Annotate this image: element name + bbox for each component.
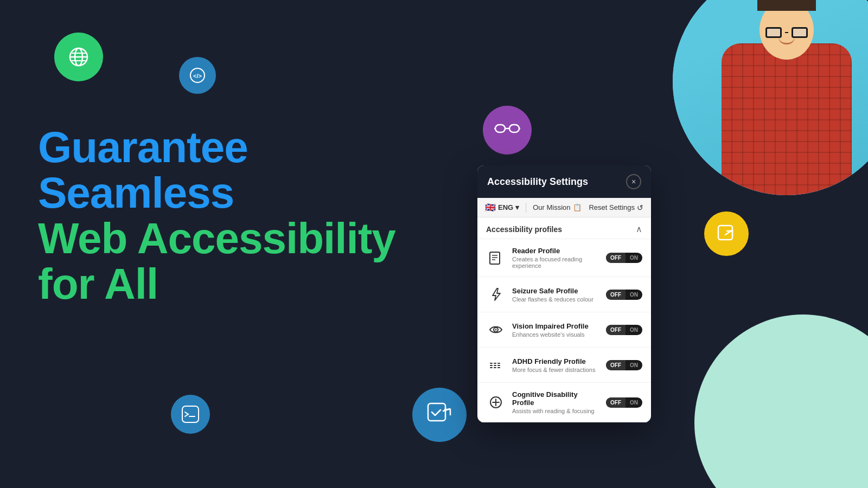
vision-profile-desc: Enhances website's visuals <box>512 331 599 338</box>
reset-settings-button[interactable]: Reset Settings ↺ <box>589 203 643 212</box>
seizure-profile-desc: Clear flashes & reduces colour <box>512 296 599 303</box>
seizure-profile-toggle[interactable]: OFF ON <box>606 290 642 300</box>
person-shirt-pattern <box>722 43 852 195</box>
svg-rect-26 <box>490 367 493 368</box>
language-selector[interactable]: 🇬🇧 ENG ▾ <box>485 202 519 213</box>
panel-title: Accessibility Settings <box>487 176 588 188</box>
svg-rect-14 <box>182 406 199 422</box>
vision-profile-icon <box>486 320 506 339</box>
seizure-profile-item[interactable]: Seizure Safe Profile Clear flashes & red… <box>477 277 651 312</box>
focus-icon <box>488 357 503 373</box>
profiles-list: Reader Profile Creates a focused reading… <box>477 239 651 422</box>
reader-toggle-on: ON <box>626 253 642 263</box>
section-collapse-icon[interactable]: ∧ <box>636 224 642 234</box>
svg-rect-25 <box>490 365 493 366</box>
lang-code: ENG <box>498 203 513 211</box>
seizure-toggle-off: OFF <box>606 290 626 300</box>
cognitive-toggle-on: ON <box>626 397 642 408</box>
section-title: Accessibility profiles <box>486 225 562 234</box>
svg-rect-28 <box>494 365 496 366</box>
cognitive-profile-info: Cognitive Disability Profile Assists wit… <box>512 390 599 414</box>
vision-profile-info: Vision Impaired Profile Enhances website… <box>512 322 599 338</box>
cognitive-profile-name: Cognitive Disability Profile <box>512 390 599 407</box>
box-check-icon <box>425 401 454 429</box>
reader-profile-icon <box>486 248 506 268</box>
box-arrow-icon <box>716 223 737 244</box>
reader-toggle-off: OFF <box>606 253 626 263</box>
svg-rect-18 <box>490 252 500 264</box>
vision-toggle-on: ON <box>626 325 642 335</box>
svg-rect-30 <box>497 363 500 364</box>
vision-toggle-off: OFF <box>606 325 626 335</box>
adhd-toggle-off: OFF <box>606 360 626 370</box>
person-image <box>673 0 868 195</box>
panel-toolbar: 🇬🇧 ENG ▾ Our Mission 📋 Reset Settings ↺ <box>477 198 651 217</box>
adhd-profile-name: ADHD Friendly Profile <box>512 357 599 365</box>
svg-point-23 <box>495 329 497 331</box>
globe-bubble <box>54 33 103 81</box>
reader-profile-item[interactable]: Reader Profile Creates a focused reading… <box>477 239 651 277</box>
svg-rect-29 <box>494 367 496 368</box>
box-check-bubble <box>412 388 467 442</box>
reset-label: Reset Settings <box>589 203 635 211</box>
svg-rect-16 <box>428 403 445 421</box>
adhd-toggle-on: ON <box>626 360 642 370</box>
reader-profile-info: Reader Profile Creates a focused reading… <box>512 247 599 269</box>
globe-icon <box>68 46 90 68</box>
flag-icon: 🇬🇧 <box>485 202 496 213</box>
close-button[interactable]: × <box>626 174 641 189</box>
code-icon: </> <box>189 67 206 84</box>
heading-line4: for All <box>38 261 407 307</box>
glasses-icon <box>494 123 520 138</box>
adhd-profile-info: ADHD Friendly Profile More focus & fewer… <box>512 357 599 373</box>
heading-line1: Guarantee <box>38 125 407 170</box>
cognitive-icon <box>488 395 503 410</box>
close-icon: × <box>631 177 636 186</box>
reader-profile-name: Reader Profile <box>512 247 599 255</box>
lang-chevron: ▾ <box>515 203 519 211</box>
adhd-profile-item[interactable]: ADHD Friendly Profile More focus & fewer… <box>477 348 651 383</box>
vision-profile-toggle[interactable]: OFF ON <box>606 325 642 335</box>
section-header[interactable]: Accessibility profiles ∧ <box>477 217 651 239</box>
svg-rect-32 <box>497 367 500 368</box>
mission-icon: 📋 <box>573 203 582 211</box>
vision-profile-name: Vision Impaired Profile <box>512 322 599 330</box>
svg-rect-24 <box>490 363 493 364</box>
mission-label: Our Mission <box>533 203 570 211</box>
cognitive-profile-toggle[interactable]: OFF ON <box>606 397 642 408</box>
terminal-icon <box>181 404 200 424</box>
seizure-profile-name: Seizure Safe Profile <box>512 287 599 295</box>
svg-text:</>: </> <box>193 73 202 79</box>
heading-line3: Web Accessibility <box>38 216 407 261</box>
seizure-profile-info: Seizure Safe Profile Clear flashes & red… <box>512 287 599 303</box>
adhd-profile-icon <box>486 355 506 375</box>
reset-icon: ↺ <box>637 203 643 212</box>
eye-icon <box>488 322 503 337</box>
seizure-toggle-on: ON <box>626 290 642 300</box>
svg-rect-31 <box>497 365 500 366</box>
glasses-bubble <box>483 106 532 155</box>
book-icon <box>488 251 503 266</box>
accessibility-panel: Accessibility Settings × 🇬🇧 ENG ▾ Our Mi… <box>477 165 651 422</box>
our-mission-button[interactable]: Our Mission 📋 <box>533 203 581 211</box>
svg-rect-27 <box>494 363 496 364</box>
lightning-icon <box>488 287 503 302</box>
panel-header: Accessibility Settings × <box>477 165 651 198</box>
heading-line2: Seamless <box>38 170 407 216</box>
person-hair <box>757 0 816 11</box>
terminal-bubble <box>171 395 210 434</box>
code-bubble: </> <box>179 57 216 94</box>
svg-rect-7 <box>495 125 505 132</box>
toolbar-divider-1 <box>526 203 526 213</box>
cognitive-profile-item[interactable]: Cognitive Disability Profile Assists wit… <box>477 383 651 422</box>
reader-profile-toggle[interactable]: OFF ON <box>606 253 642 263</box>
vision-profile-item[interactable]: Vision Impaired Profile Enhances website… <box>477 312 651 348</box>
box-arrow-bubble <box>704 211 749 256</box>
adhd-profile-desc: More focus & fewer distractions <box>512 367 599 373</box>
cognitive-profile-desc: Assists with reading & focusing <box>512 408 599 414</box>
adhd-profile-toggle[interactable]: OFF ON <box>606 360 642 370</box>
person-glasses <box>765 27 808 38</box>
svg-rect-12 <box>718 226 732 240</box>
cognitive-profile-icon <box>486 393 506 412</box>
person-photo <box>673 0 868 195</box>
